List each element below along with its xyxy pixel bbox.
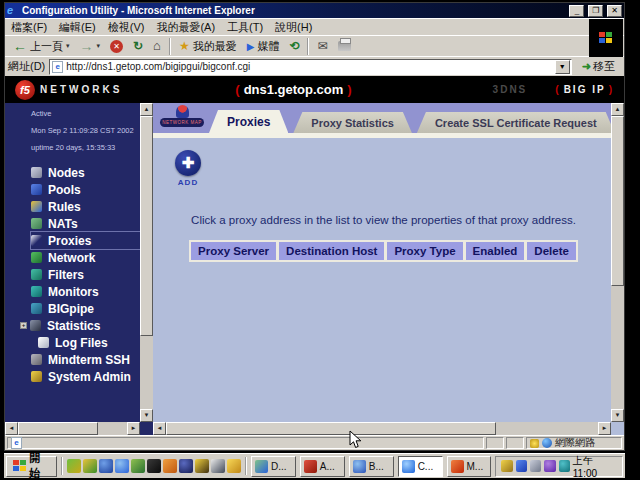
- quick-launch-icon[interactable]: [131, 459, 145, 473]
- display-icon[interactable]: [530, 460, 541, 472]
- tab-create-ssl-certificate-request[interactable]: Create SSL Certificate Request: [417, 112, 615, 133]
- favorites-button[interactable]: 我的最愛: [174, 37, 242, 56]
- sidebar-item-monitors[interactable]: Monitors: [31, 283, 153, 300]
- start-button[interactable]: 開始: [6, 456, 57, 477]
- scrollbar-thumb[interactable]: [166, 422, 496, 435]
- quick-launch-icon[interactable]: [115, 459, 129, 473]
- volume-icon[interactable]: [501, 460, 512, 472]
- taskbar-window-button[interactable]: M...: [447, 456, 492, 477]
- scrollbar-thumb[interactable]: [611, 116, 624, 286]
- column-proxy-server[interactable]: Proxy Server: [191, 242, 276, 260]
- network-map-label: NETWORK MAP: [160, 118, 204, 127]
- content-horizontal-scrollbar[interactable]: [153, 422, 611, 435]
- sidebar-item-network[interactable]: Network: [31, 249, 153, 266]
- sidebar-horizontal-scrollbar[interactable]: [5, 422, 140, 435]
- sidebar-item-label: Rules: [48, 200, 81, 214]
- scroll-left-icon[interactable]: [153, 422, 166, 435]
- scroll-down-icon[interactable]: [611, 409, 624, 422]
- sidebar-item-bigpipe[interactable]: BIGpipe: [31, 300, 153, 317]
- column-destination-host[interactable]: Destination Host: [279, 242, 384, 260]
- add-button[interactable]: ADD: [171, 150, 205, 187]
- scrollbar-track[interactable]: [140, 336, 153, 409]
- sidebar-item-mindterm-ssh[interactable]: Mindterm SSH: [31, 351, 153, 368]
- refresh-button[interactable]: [128, 37, 148, 56]
- scroll-up-icon[interactable]: [140, 103, 153, 116]
- expand-icon[interactable]: [20, 322, 27, 329]
- title-bar[interactable]: Configuration Utility - Microsoft Intern…: [5, 3, 624, 18]
- taskbar-window-button[interactable]: A...: [300, 456, 345, 477]
- taskbar-window-button[interactable]: D...: [251, 456, 296, 477]
- scroll-down-icon[interactable]: [140, 409, 153, 422]
- back-button[interactable]: 上一頁: [8, 37, 75, 56]
- sidebar-item-log-files[interactable]: Log Files: [31, 334, 153, 351]
- message-icon[interactable]: [516, 460, 527, 472]
- scrollbar-thumb[interactable]: [18, 422, 98, 435]
- tray-app-icon[interactable]: [559, 460, 570, 472]
- go-label: 移至: [593, 59, 615, 74]
- scrollbar-track[interactable]: [98, 422, 127, 435]
- ie-app-icon: [402, 460, 415, 473]
- scroll-left-icon[interactable]: [5, 422, 18, 435]
- quick-launch-icon[interactable]: [211, 459, 225, 473]
- column-proxy-type[interactable]: Proxy Type: [387, 242, 462, 260]
- go-button[interactable]: 移至: [576, 58, 621, 76]
- forward-button[interactable]: [75, 37, 106, 56]
- scrollbar-track[interactable]: [611, 286, 624, 409]
- address-input[interactable]: http://dns1.getop.com/bigipgui/bigconf.c…: [49, 59, 572, 75]
- quick-launch-icon[interactable]: [67, 459, 81, 473]
- clock[interactable]: 上午 11:00: [573, 454, 617, 479]
- mail-button[interactable]: [312, 37, 332, 56]
- maximize-button[interactable]: [588, 5, 603, 17]
- link-3dns[interactable]: 3DNS: [493, 84, 528, 95]
- quick-launch-icon[interactable]: [195, 459, 209, 473]
- home-button[interactable]: [148, 37, 166, 56]
- f5-logo-icon[interactable]: f5: [15, 80, 35, 100]
- sidebar-item-statistics[interactable]: Statistics: [31, 317, 153, 334]
- print-button[interactable]: [333, 37, 356, 56]
- menu-tools[interactable]: 工具(T): [227, 20, 263, 35]
- scroll-right-icon[interactable]: [598, 422, 611, 435]
- menu-help[interactable]: 說明(H): [275, 20, 312, 35]
- link-bigip[interactable]: BIG IP: [555, 84, 614, 95]
- sidebar-item-system-admin[interactable]: System Admin: [31, 368, 153, 385]
- menu-edit[interactable]: 編輯(E): [59, 20, 96, 35]
- history-button[interactable]: [284, 37, 304, 56]
- app-icon: [451, 460, 464, 473]
- sidebar-item-rules[interactable]: Rules: [31, 198, 153, 215]
- minimize-button[interactable]: [569, 5, 584, 17]
- taskbar-window-button[interactable]: B...: [349, 456, 394, 477]
- home-icon: [153, 40, 161, 52]
- content-vertical-scrollbar[interactable]: [611, 103, 624, 422]
- scroll-right-icon[interactable]: [127, 422, 140, 435]
- sidebar-item-pools[interactable]: Pools: [31, 181, 153, 198]
- sidebar-vertical-scrollbar[interactable]: [140, 103, 153, 422]
- menu-favorites[interactable]: 我的最愛(A): [156, 20, 215, 35]
- quick-launch-icon[interactable]: [163, 459, 177, 473]
- sidebar-item-nodes[interactable]: Nodes: [31, 164, 153, 181]
- sidebar-item-filters[interactable]: Filters: [31, 266, 153, 283]
- sidebar-item-nats[interactable]: NATs: [31, 215, 153, 232]
- quick-launch-icon[interactable]: [147, 459, 161, 473]
- column-delete[interactable]: Delete: [527, 242, 576, 260]
- media-button[interactable]: 媒體: [242, 37, 285, 56]
- sidebar-item-proxies[interactable]: Proxies: [31, 232, 153, 249]
- network-map-button[interactable]: NETWORK MAP: [160, 105, 204, 127]
- taskbar-window-button-active[interactable]: C...: [398, 456, 443, 477]
- menu-file[interactable]: 檔案(F): [11, 20, 47, 35]
- scroll-up-icon[interactable]: [611, 103, 624, 116]
- quick-launch-icon[interactable]: [99, 459, 113, 473]
- address-dropdown-button[interactable]: [555, 60, 570, 74]
- column-enabled[interactable]: Enabled: [466, 242, 525, 260]
- quick-launch-icon[interactable]: [83, 459, 97, 473]
- scrollbar-thumb[interactable]: [140, 116, 153, 336]
- close-button[interactable]: [607, 5, 622, 17]
- tray-app-icon[interactable]: [544, 460, 555, 472]
- tab-proxies[interactable]: Proxies: [209, 110, 288, 133]
- menu-view[interactable]: 檢視(V): [108, 20, 145, 35]
- scrollbar-track[interactable]: [496, 422, 598, 435]
- stop-button[interactable]: [105, 37, 128, 56]
- quick-launch-icon[interactable]: [227, 459, 241, 473]
- status-bar: 網際網路: [5, 435, 624, 450]
- tab-proxy-statistics[interactable]: Proxy Statistics: [293, 112, 412, 133]
- quick-launch-icon[interactable]: [179, 459, 193, 473]
